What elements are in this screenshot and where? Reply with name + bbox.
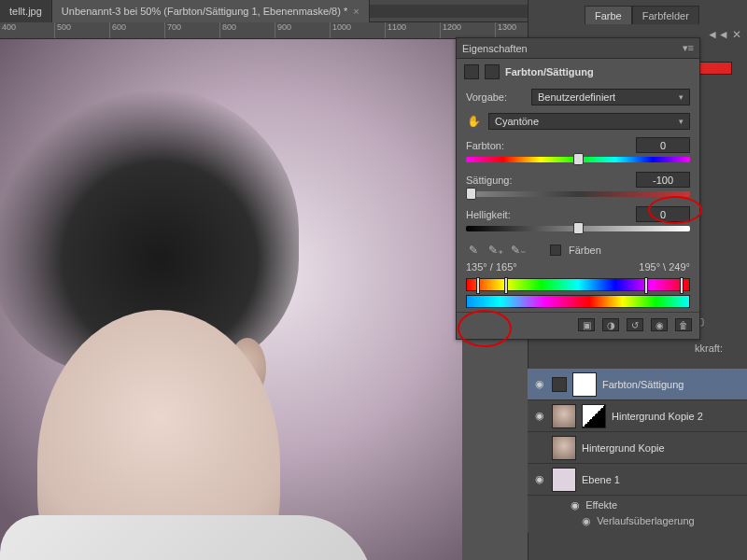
preset-value: Benutzerdefiniert [538,91,615,103]
adjustment-icon [552,377,567,392]
document-tab-active[interactable]: Unbenannt-3 bei 50% (Farbton/Sättigung 1… [52,0,370,22]
range-left: 135° / 165° [466,261,517,273]
clip-to-layer-icon[interactable]: ▣ [578,318,595,331]
saturation-slider[interactable] [466,191,690,197]
layer-bg-copy[interactable]: Hintergrund Kopie [528,432,747,464]
layer-name: Farbton/Sättigung [602,379,684,390]
eyedropper-add-icon[interactable]: ✎₊ [488,243,503,258]
view-previous-icon[interactable]: ◑ [602,318,619,331]
layer-effect-item[interactable]: ◉ Verlaufsüberlagerung [528,513,747,533]
tab-label: Unbenannt-3 bei 50% (Farbton/Sättigung 1… [62,6,347,17]
ruler-mark: 700 [165,22,220,38]
layer-thumb[interactable] [552,436,576,460]
panel-title: Eigenschaften [462,43,528,54]
document-tab-inactive[interactable]: tellt.jpg [0,0,52,22]
visibility-icon[interactable]: ◉ [533,378,546,390]
layer-mask-thumb[interactable] [572,372,597,397]
annotation-circle [458,310,512,347]
lightness-label: Helligkeit: [466,209,524,220]
eyedropper-subtract-icon[interactable]: ✎₋ [511,243,526,258]
image-content [0,515,374,560]
saturation-label: Sättigung: [466,175,524,186]
toggle-visibility-icon[interactable]: ◉ [651,318,668,331]
layer-thumb[interactable] [552,468,576,492]
ruler-mark: 500 [55,22,110,38]
hue-range-bar-top[interactable] [466,278,690,291]
tab-farbe[interactable]: Farbe [585,6,632,24]
eyedropper-icon[interactable]: ✎ [466,243,481,258]
ruler-mark: 1100 [386,22,441,38]
adjustment-icon [464,64,479,79]
ruler-mark: 900 [275,22,331,38]
panel-collapse-icon[interactable]: ◄◄ ✕ [707,28,741,41]
preset-select[interactable]: Benutzerdefiniert ▾ [531,89,690,105]
properties-panel: Eigenschaften ▾≡ Farbton/Sättigung Vorga… [456,37,700,340]
tab-label: tellt.jpg [9,6,42,17]
preset-label: Vorgabe: [466,91,524,103]
layer-effects-row[interactable]: ◉ Effekte [528,496,747,513]
saturation-input[interactable]: -100 [636,172,690,188]
ruler-mark: 1000 [331,22,386,38]
visibility-icon[interactable]: ◉ [533,473,546,485]
channel-value: Cyantöne [495,116,539,127]
layer-name: Hintergrund Kopie 2 [612,411,703,422]
range-right: 195° \ 249° [639,261,690,273]
chevron-down-icon: ▾ [679,92,684,102]
ruler-mark: 800 [220,22,275,38]
hue-input[interactable]: 0 [636,137,690,153]
ruler-mark: 600 [110,22,165,38]
mask-icon [485,64,500,79]
hue-label: Farbton: [466,140,524,151]
layer-name: Hintergrund Kopie [582,442,665,454]
tab-farbfelder[interactable]: Farbfelder [632,6,699,24]
annotation-circle [648,196,702,224]
close-icon[interactable]: × [353,6,359,17]
delete-icon[interactable]: 🗑 [675,318,692,331]
visibility-icon[interactable]: ◉ [533,410,546,422]
layer-ebene-1[interactable]: ◉ Ebene 1 [528,464,747,496]
hue-range-bar-bottom[interactable] [466,295,690,308]
reset-icon[interactable]: ↺ [627,318,643,331]
channel-select[interactable]: Cyantöne ▾ [488,113,690,130]
layer-thumb[interactable] [552,404,576,428]
colorize-label: Färben [569,245,601,256]
panel-menu-icon[interactable]: ▾≡ [683,42,694,54]
layer-bg-copy-2[interactable]: ◉ Hintergrund Kopie 2 [528,400,747,432]
canvas-area[interactable] [0,39,462,560]
ruler-mark: 400 [0,22,55,38]
ruler-mark: 1200 [441,22,496,38]
colorize-checkbox[interactable] [550,245,561,256]
chevron-down-icon: ▾ [679,117,684,126]
targeted-adjust-icon[interactable]: ✋ [466,114,481,129]
layer-hue-saturation[interactable]: ◉ Farbton/Sättigung [528,369,747,400]
layer-mask-thumb[interactable] [582,404,606,428]
adjustment-title: Farbton/Sättigung [505,66,594,77]
lightness-slider[interactable] [466,226,690,231]
hue-slider[interactable] [466,157,690,162]
layers-panel: ◉ Farbton/Sättigung ◉ Hintergrund Kopie … [528,369,747,533]
layer-name: Ebene 1 [582,474,620,485]
